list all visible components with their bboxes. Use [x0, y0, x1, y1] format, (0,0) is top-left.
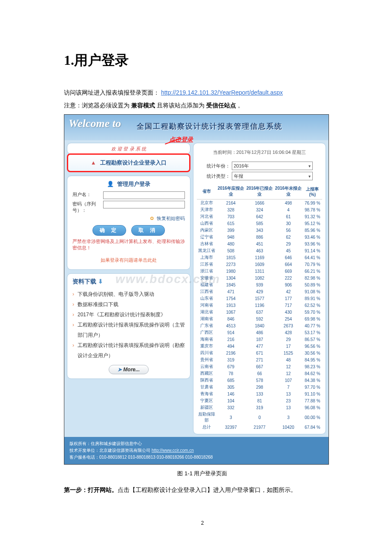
table-cell: 42	[274, 288, 303, 295]
download-item[interactable]: 工程勘察设计统计报表填报系统操作说明（勘察设计企业用户）	[72, 340, 185, 361]
footer-bar: 版权所有：住房和城乡建设部信息中心 技术开发单位：北京建设信源资讯有限公司 ht…	[64, 437, 329, 464]
table-cell: 2273	[216, 261, 245, 268]
table-cell: 886	[245, 234, 274, 240]
table-cell: 592	[245, 315, 274, 322]
table-cell: 甘肃省	[197, 384, 216, 390]
cancel-button[interactable]: 取 消	[131, 225, 165, 236]
table-cell: 56	[274, 227, 303, 234]
table-cell: 2196	[216, 350, 245, 356]
table-cell: 30.56 %	[303, 350, 322, 356]
table-cell: 12	[274, 370, 303, 377]
table-cell: 1525	[274, 350, 303, 356]
table-row: 云南省6796671298.23 %	[197, 363, 322, 370]
table-row: 陕西省68557810784.38 %	[197, 377, 322, 384]
step-rest: 点击【工程勘察设计企业登录入口】进入用户登录窗口，如图所示。	[118, 486, 297, 493]
username-input[interactable]	[103, 191, 185, 199]
table-header: 省市	[197, 184, 216, 199]
table-cell: 494	[216, 343, 245, 350]
table-cell: 1666	[245, 199, 274, 207]
table-cell: 664	[274, 261, 303, 268]
table-cell: 1913	[216, 302, 245, 309]
table-cell: 637	[245, 309, 274, 315]
table-cell: 1304	[216, 275, 245, 281]
table-cell: 939	[245, 281, 274, 288]
table-cell: 667	[245, 363, 274, 370]
table-cell: 3	[216, 411, 245, 424]
table-cell: 1845	[216, 281, 245, 288]
arrow-icon: ➤	[118, 367, 122, 373]
year-select[interactable]: 2016年 ▾	[232, 162, 313, 170]
table-cell: 84.62 %	[303, 370, 322, 377]
table-cell: 00.00 %	[303, 411, 322, 424]
table-row: 北京市2164166649876.99 %	[197, 199, 322, 207]
intro2-mid: 且将该站点添加为	[157, 102, 205, 109]
table-cell: 319	[245, 404, 274, 411]
download-item[interactable]: 2017年《工程勘察设计统计报表制度》	[72, 309, 185, 320]
more-label: More...	[123, 367, 140, 373]
table-cell: 146	[216, 390, 245, 397]
table-header: 2016年应报企业	[216, 184, 245, 199]
admin-user-icon: 👤	[107, 181, 114, 187]
download-item[interactable]: 工程勘察设计统计报表填报系统操作说明（主管部门用户）	[72, 320, 185, 340]
type-select[interactable]: 年报 ▾	[232, 172, 313, 180]
table-cell: 福建省	[197, 281, 216, 288]
table-cell: 64.41 %	[303, 254, 322, 261]
table-cell: 江苏省	[197, 261, 216, 268]
table-cell: 948	[216, 234, 245, 240]
table-cell: 湖北省	[197, 309, 216, 315]
table-cell: 107	[274, 377, 303, 384]
table-cell: 86.57 %	[303, 336, 322, 343]
confirm-button[interactable]: 确 定	[92, 225, 126, 236]
table-cell: 48	[274, 356, 303, 363]
more-button[interactable]: ➤ More...	[109, 365, 149, 374]
welcome-banner: Welcome to 全国工程勘察设计统计报表管理信息系统	[64, 115, 329, 140]
table-cell: 498	[274, 199, 303, 207]
table-cell: 685	[216, 377, 245, 384]
table-cell: 703	[216, 213, 245, 220]
type-value: 年报	[234, 173, 243, 179]
download-item[interactable]: 数据标准接口下载	[72, 299, 185, 309]
page-number: 2	[64, 520, 341, 526]
table-cell: 4	[274, 206, 303, 213]
table-cell: 81	[245, 397, 274, 404]
table-cell: 1815	[216, 254, 245, 261]
table-cell: 104	[216, 397, 245, 404]
year-value: 2016年	[234, 163, 249, 169]
table-cell: 1577	[245, 295, 274, 302]
table-cell: 222	[274, 275, 303, 281]
table-cell: 906	[274, 281, 303, 288]
table-cell: 1840	[245, 322, 274, 329]
report-url-link[interactable]: http://219.142.101.32/YearReport/default…	[161, 89, 283, 96]
table-row: 天津市328324498.78 %	[197, 206, 322, 213]
doc-heading: 1.用户登录	[64, 51, 341, 70]
table-cell: 45	[274, 247, 303, 254]
table-cell: 21977	[245, 424, 274, 431]
table-cell: 69.98 %	[303, 315, 322, 322]
table-row: 湖北省106763743059.70 %	[197, 309, 322, 315]
table-cell: 91.14 %	[303, 247, 322, 254]
table-header: 2016年未报企业	[274, 184, 303, 199]
password-input[interactable]	[103, 201, 185, 208]
table-row: 河北省7036426191.32 %	[197, 213, 322, 220]
table-cell: 77.88 %	[303, 397, 322, 404]
table-row: 青海省1461331391.10 %	[197, 390, 322, 397]
table-cell: 62	[274, 234, 303, 240]
table-row: 浙江省1980131166966.21 %	[197, 268, 322, 275]
table-cell: 846	[216, 315, 245, 322]
download-item[interactable]: 下载身份识别锁、电子版导入驱动	[72, 289, 185, 299]
footer-link[interactable]: http://www.ccir.com.cn	[152, 448, 194, 453]
enterprise-login-entry[interactable]: ▲ 工程勘察设计企业登录入口	[67, 153, 190, 172]
table-cell: 298	[245, 384, 274, 390]
table-cell: 89.91 %	[303, 295, 322, 302]
reset-password-link[interactable]: 恢复初始密码	[157, 216, 185, 221]
table-cell: 7	[274, 384, 303, 390]
table-cell: 10420	[274, 424, 303, 431]
table-row: 后勤保障部30300.00 %	[197, 411, 322, 424]
table-cell: 后勤保障部	[197, 411, 216, 424]
table-cell: 23	[274, 397, 303, 404]
table-cell: 480	[216, 240, 245, 247]
intro2-prefix: 注意：浏览器必须设置为	[64, 102, 130, 109]
table-cell: 463	[245, 247, 274, 254]
login-help-link[interactable]: 如果登录有问题请单击此处	[72, 257, 185, 263]
footer-line2-prefix: 技术开发单位：北京建设信源资讯有限公司	[69, 448, 152, 453]
